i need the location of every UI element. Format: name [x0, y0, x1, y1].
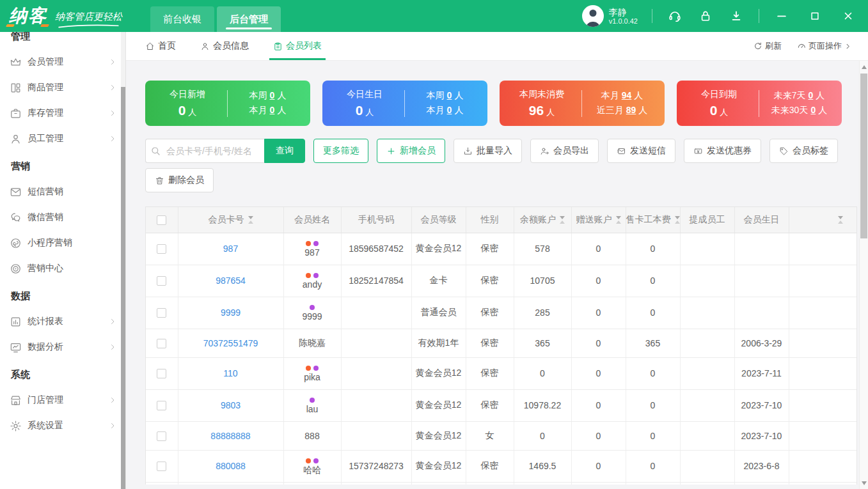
lock-icon[interactable]: [697, 8, 714, 24]
sidebar-scrollbar-thumb[interactable]: [121, 87, 125, 489]
scroll-down-arrow-icon[interactable]: [860, 478, 868, 488]
stat-title: 本周未消费: [509, 89, 575, 100]
member-gender: 保密: [466, 450, 514, 482]
sidebar-item[interactable]: 员工管理: [0, 126, 125, 151]
search-button[interactable]: 查询: [264, 139, 305, 163]
row-checkbox[interactable]: [157, 431, 166, 441]
column-header-extra[interactable]: [789, 207, 857, 233]
row-checkbox[interactable]: [157, 308, 166, 318]
sidebar-item[interactable]: 会员管理: [0, 49, 125, 75]
page-tab[interactable]: 会员信息: [200, 32, 249, 60]
page-tab[interactable]: 首页: [145, 32, 176, 60]
sidebar-item[interactable]: 数据分析: [0, 334, 125, 360]
header-nav-tab-backoffice[interactable]: 后台管理: [217, 6, 281, 32]
toolbar-button[interactable]: 更多筛选: [313, 139, 368, 163]
toolbar-button[interactable]: 会员标签: [769, 139, 838, 163]
sidebar-item[interactable]: 商品管理: [0, 75, 125, 100]
sidebar-item[interactable]: 短信营销: [0, 179, 125, 205]
stat-sub-value-link[interactable]: 0: [810, 105, 816, 115]
support-icon[interactable]: [667, 8, 683, 24]
stat-sub-value-link[interactable]: 0: [270, 90, 275, 100]
avatar[interactable]: [582, 5, 604, 27]
crown-icon: [10, 56, 22, 68]
user-name: 李静: [609, 7, 638, 17]
header-nav-tabs: 前台收银后台管理: [150, 6, 281, 32]
sidebar-item[interactable]: 统计报表: [0, 309, 125, 334]
stat-sub-value-link[interactable]: 0: [447, 90, 452, 100]
member-gift: 0: [571, 265, 626, 297]
member-card-link[interactable]: 9803: [178, 389, 283, 421]
table-row: 987654andy18252147854金卡保密1070500: [146, 265, 857, 297]
column-header-gift[interactable]: 赠送账户: [571, 207, 626, 233]
page-ops-button[interactable]: 页面操作: [797, 40, 851, 52]
delete-member-button[interactable]: 删除会员: [145, 168, 214, 192]
column-header-balance[interactable]: 余额账户: [514, 207, 571, 233]
member-card-link[interactable]: 987654: [178, 265, 283, 297]
page-tab[interactable]: 会员列表: [273, 32, 322, 60]
download-icon[interactable]: [728, 8, 745, 24]
row-checkbox[interactable]: [157, 276, 166, 286]
sidebar-item-label: 微信营销: [28, 212, 116, 223]
sort-icon[interactable]: [838, 216, 843, 224]
sidebar-scrollbar[interactable]: [121, 32, 125, 489]
column-label: 性别: [481, 214, 499, 226]
member-card-link[interactable]: 110: [178, 357, 283, 389]
column-header-fee[interactable]: 售卡工本费: [626, 207, 680, 233]
main-scrollbar[interactable]: [859, 61, 868, 489]
stat-sub-value-link[interactable]: 0: [809, 90, 814, 100]
maximize-button[interactable]: [807, 8, 823, 24]
sidebar-item[interactable]: 门店管理: [0, 387, 125, 413]
sort-icon[interactable]: [560, 216, 565, 224]
stat-value: 96人: [509, 103, 575, 118]
header-nav-tab-cashier[interactable]: 前台收银: [150, 6, 214, 32]
staff-icon: [10, 133, 22, 145]
member-card-link[interactable]: 70372551479: [178, 329, 283, 357]
sidebar-item[interactable]: 系统设置: [0, 413, 125, 439]
member-level: 黄金会员12: [411, 357, 466, 389]
toolbar-button[interactable]: 发送优惠券: [684, 139, 761, 163]
stat-sub-value-link[interactable]: 89: [626, 105, 636, 115]
search-input[interactable]: [145, 139, 264, 163]
tag-dot-orange: [306, 458, 311, 463]
member-level: 黄金会员12: [411, 233, 466, 265]
member-phone: [341, 357, 411, 389]
sidebar-section-label: 管理: [0, 32, 125, 49]
sidebar-item[interactable]: 库存管理: [0, 100, 125, 126]
sidebar-item[interactable]: 微信营销: [0, 205, 125, 230]
row-checkbox[interactable]: [157, 369, 166, 378]
close-button[interactable]: [840, 8, 856, 24]
sort-icon[interactable]: [675, 216, 680, 224]
table-row: 110pika黄金会员12保密0002023-7-11: [146, 357, 857, 389]
toolbar-button[interactable]: 批量导入: [454, 139, 522, 163]
row-checkbox[interactable]: [157, 462, 166, 471]
main-scrollbar-thumb[interactable]: [860, 74, 867, 238]
sidebar-item[interactable]: 营销中心: [0, 256, 125, 281]
member-card-link[interactable]: 88888888: [178, 421, 283, 450]
scroll-up-arrow-icon[interactable]: [860, 62, 868, 72]
row-checkbox[interactable]: [157, 339, 166, 348]
sort-icon[interactable]: [248, 216, 253, 224]
member-card-link[interactable]: 880088: [178, 450, 283, 482]
column-label: 手机号码: [358, 214, 394, 226]
toolbar-row2: 删除会员: [145, 168, 859, 192]
stat-sub-value-link[interactable]: 94: [622, 90, 632, 100]
row-checkbox[interactable]: [157, 401, 166, 410]
sidebar-item[interactable]: 小程序营销: [0, 230, 125, 256]
coupon-icon: [693, 146, 703, 156]
minimize-button[interactable]: [773, 8, 790, 24]
toolbar-button[interactable]: 会员导出: [530, 139, 599, 163]
member-card-link[interactable]: 987: [178, 233, 283, 265]
user-block[interactable]: 李静 v1.0.0.42: [582, 5, 638, 27]
add-member-button[interactable]: 新增会员: [377, 139, 445, 163]
column-header-card[interactable]: 会员卡号: [178, 207, 283, 233]
member-card-link[interactable]: 9999: [178, 297, 283, 329]
stat-sub-row: 本月0人: [249, 105, 287, 116]
select-all-checkbox[interactable]: [157, 215, 166, 225]
sort-icon[interactable]: [616, 216, 621, 224]
row-checkbox[interactable]: [157, 244, 166, 254]
stat-sub-value-link[interactable]: 0: [270, 105, 275, 115]
trash-icon: [155, 176, 164, 185]
stat-sub-value-link[interactable]: 0: [447, 105, 452, 115]
toolbar-button[interactable]: 发送短信: [607, 139, 675, 163]
refresh-button[interactable]: 刷新: [754, 40, 782, 52]
